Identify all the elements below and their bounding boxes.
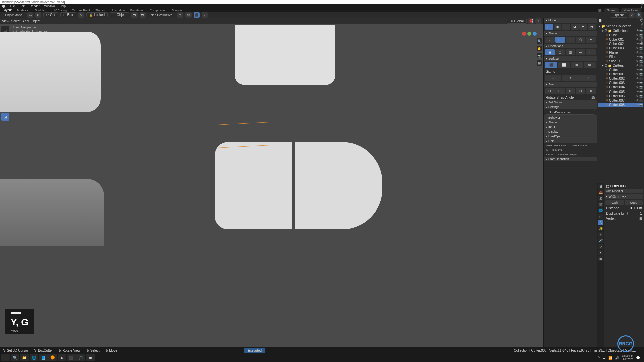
boxcutter-tool[interactable]: ◪ bbox=[1, 113, 9, 121]
panel-settings[interactable]: Settings bbox=[544, 105, 597, 109]
arrow-icon[interactable]: ↘ bbox=[78, 12, 84, 18]
pan-icon[interactable]: ✋ bbox=[537, 46, 542, 51]
cursor-icon[interactable]: ⊕ bbox=[35, 12, 41, 18]
task-app5[interactable]: ⏺ bbox=[86, 354, 95, 361]
prop-tab-particle[interactable]: ✨ bbox=[598, 226, 603, 231]
side-tab-tool[interactable]: View Tool bbox=[640, 17, 643, 28]
side-tab-boxcutter[interactable]: BoxCutter bbox=[640, 57, 643, 69]
locked-dropdown[interactable]: 🔒 Locked bbox=[86, 12, 108, 17]
prop-tab-scene[interactable]: 🎬 bbox=[598, 202, 603, 207]
tab-sculpting[interactable]: Sculpting bbox=[35, 9, 47, 12]
snap-icon[interactable]: 🧲 bbox=[528, 18, 534, 24]
apply-button[interactable]: Apply bbox=[605, 200, 624, 205]
tree-cutter003[interactable]: ▽Cutter.003👁 📷 bbox=[598, 81, 643, 85]
gizmo-btn-3[interactable]: ⤢ bbox=[579, 75, 596, 81]
snap-btn-5[interactable]: ⊠ bbox=[586, 88, 596, 94]
dup-limit-field[interactable]: Duplicate Limit1 bbox=[605, 211, 643, 216]
tree-cutter004[interactable]: ▽Cutter.004👁 📷 bbox=[598, 85, 643, 89]
rotate-snap-field[interactable]: Rotate Snap Angle15 bbox=[544, 95, 597, 100]
tree-cutter006[interactable]: ▽Cutter.006👁 📷 bbox=[598, 94, 643, 98]
gizmo-axes[interactable] bbox=[522, 32, 537, 36]
panel-input[interactable]: Input bbox=[544, 125, 597, 129]
surf-btn-4[interactable]: ▩ bbox=[584, 62, 596, 68]
tray-sound-icon[interactable]: 🔊 bbox=[615, 356, 619, 360]
gizmo-btn-2[interactable]: ↕ bbox=[562, 75, 579, 81]
prop-tab-material[interactable]: ● bbox=[598, 250, 603, 255]
clock[interactable]: 12:29 PM 2/2/2020 bbox=[622, 354, 633, 361]
task-blender[interactable]: 🟠 bbox=[48, 354, 57, 361]
vph-add[interactable]: Add bbox=[22, 19, 29, 23]
snap-btn-4[interactable]: ⊟ bbox=[576, 88, 586, 94]
shape-btn-3[interactable]: ◇ bbox=[566, 37, 575, 43]
tab-modeling[interactable]: Modeling bbox=[17, 9, 30, 12]
tab-add[interactable]: + bbox=[189, 9, 191, 12]
mode-dropdown[interactable]: Object Mode bbox=[2, 13, 25, 17]
panel-snap[interactable]: Snap bbox=[544, 82, 597, 87]
panel-shape2[interactable]: Shape bbox=[544, 120, 597, 125]
gizmo-btn-1[interactable]: ↔ bbox=[545, 75, 561, 81]
side-tab-hardops[interactable]: HardOps bbox=[640, 37, 643, 48]
tool-icon-1[interactable]: ⬔ bbox=[131, 12, 138, 18]
mode-btn-6[interactable]: ⬔ bbox=[588, 24, 596, 30]
x-axis-orb[interactable] bbox=[522, 32, 526, 36]
tree-slice[interactable]: ▽Slice👁 📷 bbox=[598, 55, 643, 59]
nondestruct-dropdown[interactable]: Non-Destructive bbox=[148, 13, 175, 17]
tree-cutter001[interactable]: ▽Cutter.001👁 📷 bbox=[598, 72, 643, 76]
shape-btn-4[interactable]: ⬡ bbox=[576, 37, 586, 43]
prop-tab-mesh[interactable]: ▽ bbox=[598, 244, 603, 249]
z-axis-orb[interactable] bbox=[533, 32, 537, 36]
tool-icon-4[interactable]: ⬛ bbox=[194, 12, 200, 18]
tree-cube[interactable]: ▽Cube👁 📷 bbox=[598, 33, 643, 37]
tree-cutter007[interactable]: ▽Cutter.007👁 📷 bbox=[598, 98, 643, 103]
tray-up-icon[interactable]: ^ bbox=[598, 356, 600, 360]
shape-btn-1[interactable]: ○ bbox=[545, 37, 555, 43]
panel-hardops[interactable]: HardOps bbox=[544, 134, 597, 139]
box-dropdown[interactable]: ▢ Box bbox=[60, 12, 76, 17]
op-btn-2[interactable]: ◻ bbox=[555, 49, 565, 55]
menu-window[interactable]: Window bbox=[44, 4, 55, 8]
filter-icon[interactable]: ▽ bbox=[629, 12, 635, 18]
tab-texture[interactable]: Texture Paint bbox=[72, 9, 90, 12]
menu-edit[interactable]: Edit bbox=[20, 4, 25, 8]
snap-btn-3[interactable]: ⊞ bbox=[566, 88, 575, 94]
tree-cube002[interactable]: ▽Cube.002👁 📷 bbox=[598, 42, 643, 46]
panel-shape[interactable]: Shape bbox=[544, 31, 597, 36]
task-app3[interactable]: ⬛ bbox=[67, 354, 76, 361]
scene-selector[interactable]: Scene bbox=[604, 8, 619, 12]
weld-modifier[interactable]: ▾ W ☑▢▢ ▾✕ bbox=[605, 194, 643, 199]
tab-layout[interactable]: Layout bbox=[3, 8, 12, 12]
tab-shading[interactable]: Shading bbox=[95, 9, 106, 12]
snap-btn-1[interactable]: ⊡ bbox=[545, 88, 555, 94]
task-app4[interactable]: 🎵 bbox=[76, 354, 85, 361]
task-search[interactable]: 🔍 bbox=[11, 354, 19, 361]
blender-icon[interactable]: ⬤ bbox=[2, 4, 5, 8]
prop-tab-texture[interactable]: ▦ bbox=[598, 256, 603, 261]
op-btn-1[interactable]: ◼ bbox=[545, 49, 555, 55]
task-app1[interactable]: 📘 bbox=[39, 354, 48, 361]
op-btn-5[interactable]: ▭ bbox=[586, 49, 596, 55]
tool-icon-2[interactable]: ⬒ bbox=[140, 12, 146, 18]
panel-operations[interactable]: Operations bbox=[544, 44, 597, 48]
menu-file[interactable]: File bbox=[10, 4, 15, 8]
tree-scene-collection[interactable]: ▾ 📁 Scene Collection bbox=[598, 24, 643, 28]
tree-cutter005[interactable]: ▽Cutter.005👁 📷 bbox=[598, 89, 643, 94]
panel-display[interactable]: Display bbox=[544, 129, 597, 134]
panel-behavior[interactable]: Behavior bbox=[544, 115, 597, 120]
task-app2[interactable]: ▶ bbox=[58, 354, 66, 361]
op-btn-3[interactable]: ◫ bbox=[566, 49, 575, 55]
tree-cutter002[interactable]: ▽Cutter.002👁 📷 bbox=[598, 76, 643, 81]
vph-select[interactable]: Select bbox=[11, 19, 21, 23]
tree-cube001[interactable]: ▽Cube.001👁 📷 bbox=[598, 37, 643, 42]
vertex-group-field[interactable]: Verte...⊞ bbox=[605, 216, 643, 221]
vph-object[interactable]: Object bbox=[31, 19, 40, 23]
proportional-icon[interactable]: ○ bbox=[535, 18, 541, 24]
options-dropdown[interactable]: Options bbox=[611, 12, 627, 18]
task-chrome[interactable]: 🌐 bbox=[30, 354, 38, 361]
tray-cloud-icon[interactable]: ☁ bbox=[602, 356, 606, 360]
tab-animation[interactable]: Animation bbox=[112, 9, 125, 12]
copy-button[interactable]: Copy bbox=[625, 200, 643, 205]
tab-uv[interactable]: UV Editing bbox=[53, 9, 67, 12]
camera-icon[interactable]: 📷 bbox=[537, 53, 542, 58]
tree-collection[interactable]: ▾ ☑ 📁 Collection👁 📷 bbox=[598, 28, 643, 33]
mode-btn-4[interactable]: ◪ bbox=[571, 24, 579, 30]
